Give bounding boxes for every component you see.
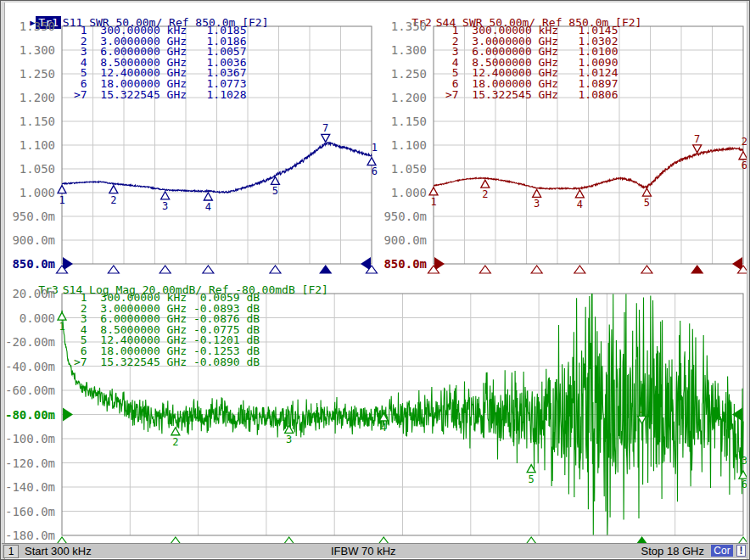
y-tick-label: -20.00m	[3, 335, 55, 349]
y-tick-label: -40.00m	[3, 360, 55, 373]
marker4-symbol[interactable]	[575, 190, 584, 198]
trace3-marker-table: 1 300.00000 kHz 0.0059 dB 2 3.0000000 GH…	[74, 293, 260, 367]
y-tick-label: 900.0m	[3, 233, 55, 247]
channel-number-box[interactable]: 1	[3, 545, 19, 558]
y-tick-label: -160.0m	[3, 505, 55, 518]
y-tick-label: 1.200	[3, 91, 55, 104]
y-tick-label: 1.150	[374, 115, 427, 128]
y-tick-label: 1.100	[374, 138, 427, 152]
y-tick-label: 950.0m	[3, 210, 55, 223]
marker2-number: 2	[110, 194, 116, 206]
y-tick-label: 1.000	[374, 186, 427, 199]
marker7-symbol[interactable]	[322, 134, 330, 142]
marker1-symbol[interactable]	[58, 312, 66, 320]
marker1-symbol[interactable]	[58, 186, 66, 193]
start-frequency-label: Start 300 kHz	[25, 545, 92, 557]
alert-badge: !	[736, 545, 746, 557]
marker4-axis-indicator[interactable]	[574, 266, 585, 273]
window-frame-right	[747, 1, 749, 559]
marker7-axis-indicator[interactable]	[691, 266, 702, 273]
y-tick-label: 1.250	[3, 67, 55, 81]
y-tick-label: 1.350	[374, 20, 427, 33]
y-tick-label: 1.350	[3, 20, 55, 33]
y-tick-label: 1.250	[374, 67, 427, 81]
y-tick-label: 1.150	[3, 115, 55, 128]
trace2-marker-table: 1 300.00000 kHz 1.0145 2 3.0000000 GHz 1…	[445, 25, 618, 100]
marker5-axis-indicator[interactable]	[641, 266, 652, 273]
y-tick-label: 0.000	[3, 311, 55, 325]
marker1-number: 1	[430, 196, 436, 208]
marker7-number: 7	[322, 122, 328, 134]
marker3-axis-indicator[interactable]	[531, 266, 542, 273]
y-tick-label: -80.00m	[3, 408, 55, 422]
marker2-axis-indicator[interactable]	[479, 266, 490, 273]
y-tick-label: 1.050	[3, 162, 55, 176]
marker2-number: 2	[482, 188, 488, 200]
marker1-number: 1	[59, 321, 64, 333]
marker3-number: 3	[534, 198, 540, 210]
tr3-ref-arrow-left	[63, 408, 73, 422]
marker2-symbol[interactable]	[481, 180, 490, 188]
marker2-number: 2	[172, 436, 178, 448]
marker7-number: 7	[639, 404, 645, 416]
marker2-symbol[interactable]	[109, 186, 118, 193]
y-tick-label: 950.0m	[374, 210, 427, 223]
y-tick-label: -120.0m	[3, 456, 55, 470]
marker1-symbol[interactable]	[429, 188, 438, 195]
trace3-header[interactable]: Tr3S14 Log Mag 20.00mdB/ Ref -80.00mdB […	[9, 271, 328, 283]
marker3-number: 3	[286, 434, 292, 445]
vna-screen: ▶Tr1S11 SWR 50.00m/ Ref 850.0m [F2] Tr2S…	[0, 0, 750, 560]
marker3-number: 3	[162, 200, 168, 212]
correction-status-badge: Cor	[711, 545, 733, 557]
marker4-number: 4	[381, 422, 387, 434]
marker5-number: 5	[272, 185, 278, 197]
y-tick-label: 1.100	[3, 138, 55, 152]
marker7-number: 7	[694, 133, 700, 145]
marker1-number: 1	[59, 194, 64, 206]
y-tick-label: 1.300	[3, 43, 55, 57]
y-tick-label: -60.00m	[3, 384, 55, 397]
marker5-number: 5	[529, 473, 535, 485]
status-bar: 1 Start 300 kHz IFBW 70 kHz Stop 18 GHz …	[2, 543, 748, 558]
marker4-number: 4	[577, 199, 583, 210]
y-tick-label: 850.0m	[3, 257, 55, 271]
y-tick-label: 1.000	[3, 186, 55, 199]
stop-frequency-label: Stop 18 GHz	[641, 545, 704, 557]
trace2-header[interactable]: Tr2S44 SWR 50.00m/ Ref 850.0m [F2]	[383, 3, 641, 16]
marker4-number: 4	[205, 201, 211, 213]
y-tick-label: 850.0m	[374, 257, 427, 271]
marker2-symbol[interactable]	[171, 428, 180, 435]
y-tick-label: -180.0m	[3, 529, 55, 542]
y-tick-label: -100.0m	[3, 432, 55, 445]
y-tick-label: 1.200	[374, 91, 427, 104]
marker3-symbol[interactable]	[285, 425, 294, 433]
y-tick-label: 1.300	[374, 43, 427, 57]
y-tick-label: 20.00m	[3, 287, 55, 300]
window-frame-top	[4, 1, 749, 3]
y-tick-label: -140.0m	[3, 480, 55, 494]
trace1-header[interactable]: ▶Tr1S11 SWR 50.00m/ Ref 850.0m [F2]	[3, 3, 268, 16]
marker5-number: 5	[644, 197, 650, 209]
y-tick-label: 900.0m	[374, 233, 427, 247]
marker7-symbol[interactable]	[693, 145, 702, 153]
marker4-symbol[interactable]	[204, 193, 212, 200]
window-frame-left	[1, 1, 5, 559]
y-tick-label: 1.050	[374, 162, 427, 176]
ifbw-label: IFBW 70 kHz	[331, 545, 396, 557]
trace1-marker-table: 1 300.00000 kHz 1.0185 2 3.0000000 GHz 1…	[74, 25, 247, 100]
marker3-symbol[interactable]	[533, 189, 541, 197]
